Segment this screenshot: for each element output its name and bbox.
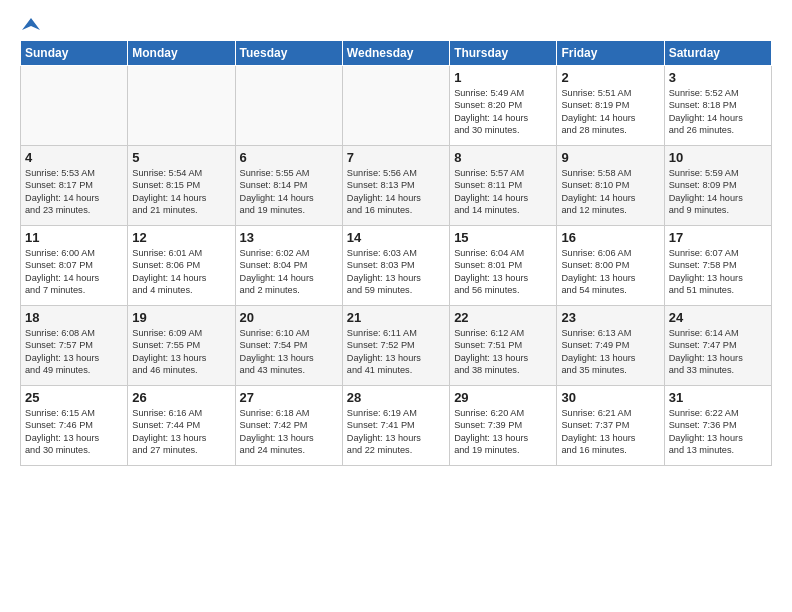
calendar-cell: 11Sunrise: 6:00 AM Sunset: 8:07 PM Dayli… (21, 226, 128, 306)
cell-content: Sunrise: 6:08 AM Sunset: 7:57 PM Dayligh… (25, 327, 123, 377)
cell-content: Sunrise: 6:06 AM Sunset: 8:00 PM Dayligh… (561, 247, 659, 297)
calendar-cell: 3Sunrise: 5:52 AM Sunset: 8:18 PM Daylig… (664, 66, 771, 146)
weekday-header-tuesday: Tuesday (235, 41, 342, 66)
day-number: 19 (132, 310, 230, 325)
calendar-cell: 25Sunrise: 6:15 AM Sunset: 7:46 PM Dayli… (21, 386, 128, 466)
day-number: 16 (561, 230, 659, 245)
cell-content: Sunrise: 6:21 AM Sunset: 7:37 PM Dayligh… (561, 407, 659, 457)
calendar-cell (128, 66, 235, 146)
weekday-header-thursday: Thursday (450, 41, 557, 66)
calendar-cell: 8Sunrise: 5:57 AM Sunset: 8:11 PM Daylig… (450, 146, 557, 226)
day-number: 23 (561, 310, 659, 325)
cell-content: Sunrise: 6:20 AM Sunset: 7:39 PM Dayligh… (454, 407, 552, 457)
cell-content: Sunrise: 6:07 AM Sunset: 7:58 PM Dayligh… (669, 247, 767, 297)
day-number: 3 (669, 70, 767, 85)
cell-content: Sunrise: 5:53 AM Sunset: 8:17 PM Dayligh… (25, 167, 123, 217)
calendar-cell: 24Sunrise: 6:14 AM Sunset: 7:47 PM Dayli… (664, 306, 771, 386)
day-number: 31 (669, 390, 767, 405)
cell-content: Sunrise: 6:00 AM Sunset: 8:07 PM Dayligh… (25, 247, 123, 297)
cell-content: Sunrise: 5:52 AM Sunset: 8:18 PM Dayligh… (669, 87, 767, 137)
calendar-cell: 9Sunrise: 5:58 AM Sunset: 8:10 PM Daylig… (557, 146, 664, 226)
svg-marker-0 (22, 18, 40, 30)
calendar-cell: 2Sunrise: 5:51 AM Sunset: 8:19 PM Daylig… (557, 66, 664, 146)
cell-content: Sunrise: 6:14 AM Sunset: 7:47 PM Dayligh… (669, 327, 767, 377)
cell-content: Sunrise: 6:16 AM Sunset: 7:44 PM Dayligh… (132, 407, 230, 457)
cell-content: Sunrise: 5:49 AM Sunset: 8:20 PM Dayligh… (454, 87, 552, 137)
cell-content: Sunrise: 6:11 AM Sunset: 7:52 PM Dayligh… (347, 327, 445, 377)
day-number: 5 (132, 150, 230, 165)
calendar-cell: 22Sunrise: 6:12 AM Sunset: 7:51 PM Dayli… (450, 306, 557, 386)
cell-content: Sunrise: 6:13 AM Sunset: 7:49 PM Dayligh… (561, 327, 659, 377)
weekday-header-wednesday: Wednesday (342, 41, 449, 66)
calendar-cell: 30Sunrise: 6:21 AM Sunset: 7:37 PM Dayli… (557, 386, 664, 466)
day-number: 12 (132, 230, 230, 245)
day-number: 4 (25, 150, 123, 165)
day-number: 25 (25, 390, 123, 405)
cell-content: Sunrise: 6:18 AM Sunset: 7:42 PM Dayligh… (240, 407, 338, 457)
header (20, 16, 772, 30)
day-number: 18 (25, 310, 123, 325)
day-number: 1 (454, 70, 552, 85)
calendar-cell: 23Sunrise: 6:13 AM Sunset: 7:49 PM Dayli… (557, 306, 664, 386)
day-number: 24 (669, 310, 767, 325)
day-number: 9 (561, 150, 659, 165)
calendar-cell: 16Sunrise: 6:06 AM Sunset: 8:00 PM Dayli… (557, 226, 664, 306)
day-number: 13 (240, 230, 338, 245)
calendar-cell: 28Sunrise: 6:19 AM Sunset: 7:41 PM Dayli… (342, 386, 449, 466)
weekday-header-saturday: Saturday (664, 41, 771, 66)
calendar-cell: 10Sunrise: 5:59 AM Sunset: 8:09 PM Dayli… (664, 146, 771, 226)
logo-bird-icon (22, 16, 40, 34)
day-number: 17 (669, 230, 767, 245)
calendar-table: SundayMondayTuesdayWednesdayThursdayFrid… (20, 40, 772, 466)
cell-content: Sunrise: 6:02 AM Sunset: 8:04 PM Dayligh… (240, 247, 338, 297)
day-number: 11 (25, 230, 123, 245)
cell-content: Sunrise: 5:56 AM Sunset: 8:13 PM Dayligh… (347, 167, 445, 217)
day-number: 21 (347, 310, 445, 325)
calendar-cell: 18Sunrise: 6:08 AM Sunset: 7:57 PM Dayli… (21, 306, 128, 386)
day-number: 26 (132, 390, 230, 405)
calendar-cell: 29Sunrise: 6:20 AM Sunset: 7:39 PM Dayli… (450, 386, 557, 466)
calendar-cell (21, 66, 128, 146)
day-number: 8 (454, 150, 552, 165)
calendar-cell: 15Sunrise: 6:04 AM Sunset: 8:01 PM Dayli… (450, 226, 557, 306)
calendar-cell: 21Sunrise: 6:11 AM Sunset: 7:52 PM Dayli… (342, 306, 449, 386)
day-number: 14 (347, 230, 445, 245)
cell-content: Sunrise: 6:15 AM Sunset: 7:46 PM Dayligh… (25, 407, 123, 457)
calendar-cell: 12Sunrise: 6:01 AM Sunset: 8:06 PM Dayli… (128, 226, 235, 306)
calendar-cell: 1Sunrise: 5:49 AM Sunset: 8:20 PM Daylig… (450, 66, 557, 146)
cell-content: Sunrise: 6:04 AM Sunset: 8:01 PM Dayligh… (454, 247, 552, 297)
cell-content: Sunrise: 6:22 AM Sunset: 7:36 PM Dayligh… (669, 407, 767, 457)
cell-content: Sunrise: 6:19 AM Sunset: 7:41 PM Dayligh… (347, 407, 445, 457)
cell-content: Sunrise: 6:01 AM Sunset: 8:06 PM Dayligh… (132, 247, 230, 297)
calendar-cell (235, 66, 342, 146)
cell-content: Sunrise: 6:03 AM Sunset: 8:03 PM Dayligh… (347, 247, 445, 297)
calendar-cell: 17Sunrise: 6:07 AM Sunset: 7:58 PM Dayli… (664, 226, 771, 306)
cell-content: Sunrise: 5:59 AM Sunset: 8:09 PM Dayligh… (669, 167, 767, 217)
day-number: 15 (454, 230, 552, 245)
day-number: 20 (240, 310, 338, 325)
weekday-header-sunday: Sunday (21, 41, 128, 66)
calendar-cell: 13Sunrise: 6:02 AM Sunset: 8:04 PM Dayli… (235, 226, 342, 306)
day-number: 27 (240, 390, 338, 405)
cell-content: Sunrise: 5:54 AM Sunset: 8:15 PM Dayligh… (132, 167, 230, 217)
day-number: 6 (240, 150, 338, 165)
calendar-cell: 7Sunrise: 5:56 AM Sunset: 8:13 PM Daylig… (342, 146, 449, 226)
day-number: 22 (454, 310, 552, 325)
cell-content: Sunrise: 5:55 AM Sunset: 8:14 PM Dayligh… (240, 167, 338, 217)
cell-content: Sunrise: 6:12 AM Sunset: 7:51 PM Dayligh… (454, 327, 552, 377)
calendar-cell: 26Sunrise: 6:16 AM Sunset: 7:44 PM Dayli… (128, 386, 235, 466)
day-number: 2 (561, 70, 659, 85)
cell-content: Sunrise: 5:58 AM Sunset: 8:10 PM Dayligh… (561, 167, 659, 217)
calendar-cell: 31Sunrise: 6:22 AM Sunset: 7:36 PM Dayli… (664, 386, 771, 466)
day-number: 7 (347, 150, 445, 165)
day-number: 29 (454, 390, 552, 405)
calendar-cell: 14Sunrise: 6:03 AM Sunset: 8:03 PM Dayli… (342, 226, 449, 306)
weekday-header-monday: Monday (128, 41, 235, 66)
cell-content: Sunrise: 6:10 AM Sunset: 7:54 PM Dayligh… (240, 327, 338, 377)
weekday-header-friday: Friday (557, 41, 664, 66)
calendar-cell: 5Sunrise: 5:54 AM Sunset: 8:15 PM Daylig… (128, 146, 235, 226)
cell-content: Sunrise: 5:51 AM Sunset: 8:19 PM Dayligh… (561, 87, 659, 137)
day-number: 10 (669, 150, 767, 165)
cell-content: Sunrise: 6:09 AM Sunset: 7:55 PM Dayligh… (132, 327, 230, 377)
calendar-cell (342, 66, 449, 146)
